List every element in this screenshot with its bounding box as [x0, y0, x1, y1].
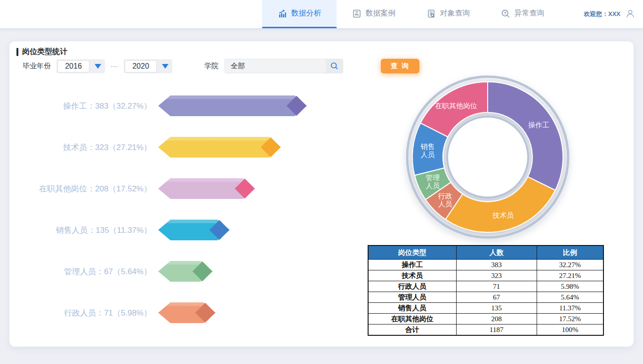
bar-label: 在职其他岗位：208（17.52%） [9, 183, 152, 194]
table-row: 技术员32327.21% [368, 270, 603, 281]
tab-label: 数据分析 [291, 8, 322, 18]
table-cell: 135 [456, 303, 537, 314]
year-to-value: 2020 [125, 60, 157, 72]
table-cell: 100% [537, 324, 603, 336]
year-range-separator: --- [111, 63, 118, 70]
table-cell: 5.64% [537, 292, 603, 303]
tab-object-query[interactable]: 对象查询 [411, 0, 485, 28]
college-filter-label: 学院 [204, 62, 218, 71]
college-input[interactable]: 全部 [225, 59, 343, 73]
bar-chart-icon [278, 9, 287, 18]
donut-slice-label: 在职其他岗位 [435, 102, 477, 110]
job-type-table: 岗位类型人数比例 操作工38332.27%技术员32327.21%行政人员715… [368, 245, 604, 336]
tab-label: 数据案例 [366, 8, 396, 18]
donut-hole [450, 119, 525, 195]
table-cell: 383 [456, 260, 537, 270]
table-cell: 71 [456, 281, 537, 292]
table-header-row: 岗位类型人数比例 [368, 245, 603, 260]
table-row: 操作工38332.27% [368, 260, 603, 270]
table-cell: 1187 [456, 324, 537, 336]
bar-label: 行政人员：71（5.98%） [9, 308, 152, 318]
bar-row: 管理人员：67（5.64%） [9, 261, 339, 282]
table-cell: 67 [456, 292, 537, 303]
chevron-down-icon [162, 64, 169, 69]
nav-tabs: 数据分析数据案例对象查询?异常查询 [262, 0, 560, 28]
table-cell: 17.52% [537, 314, 603, 324]
bar-row: 在职其他岗位：208（17.52%） [9, 178, 339, 199]
donut-slice-label: 操作工 [528, 121, 549, 129]
report-icon [352, 9, 362, 18]
college-input-value: 全部 [225, 62, 326, 71]
panel-title-text: 岗位类型统计 [22, 47, 67, 57]
welcome-area: 欢迎您：XXX [584, 0, 635, 28]
table-cell: 合计 [368, 324, 456, 336]
tab-label: 异常查询 [514, 8, 545, 18]
bar-shape [158, 261, 213, 282]
table-cell: 5.98% [537, 281, 603, 292]
table-cell: 323 [456, 270, 537, 281]
table-cell: 管理人员 [368, 292, 456, 303]
table-cell: 11.37% [537, 303, 603, 314]
svg-text:?: ? [503, 10, 506, 16]
table-cell: 27.21% [537, 270, 603, 281]
bar-row: 操作工：383（32.27%） [9, 95, 339, 116]
table-cell: 操作工 [368, 260, 456, 270]
search-question-icon: ? [501, 9, 510, 18]
table-body: 操作工38332.27%技术员32327.21%行政人员715.98%管理人员6… [368, 260, 603, 336]
table-header-cell: 人数 [456, 245, 537, 260]
user-icon[interactable] [625, 8, 635, 20]
table-cell: 技术员 [368, 270, 456, 281]
table-row: 销售人员13511.37% [368, 303, 603, 314]
table-cell: 32.27% [537, 260, 603, 270]
table-row: 行政人员715.98% [368, 281, 603, 292]
bar-label: 操作工：383（32.27%） [9, 101, 152, 111]
top-nav-bar: 数据分析数据案例对象查询?异常查询 欢迎您：XXX [0, 0, 643, 28]
donut-slice-label: 销售人员 [420, 142, 435, 158]
tab-data-cases[interactable]: 数据案例 [337, 0, 411, 28]
table-cell: 在职其他岗位 [368, 314, 456, 324]
donut-slice-label: 行政人员 [438, 192, 452, 208]
table-row: 合计1187100% [368, 324, 603, 336]
table-cell: 行政人员 [368, 281, 456, 292]
bar-shape [158, 95, 307, 116]
bar-label: 管理人员：67（5.64%） [9, 266, 152, 277]
bar-body [158, 95, 307, 116]
table-header-cell: 比例 [537, 245, 603, 260]
table-cell: 208 [456, 314, 537, 324]
panel-title: 岗位类型统计 [16, 47, 67, 57]
bar-label: 销售人员：135（11.37%） [9, 225, 152, 236]
job-type-donut-chart: 操作工技术员行政人员管理人员销售人员在职其他岗位 [397, 67, 578, 247]
year-from-value: 2016 [57, 60, 89, 72]
table-row: 在职其他岗位20817.52% [368, 314, 603, 324]
document-search-icon [426, 9, 436, 18]
bar-shape [158, 137, 281, 158]
welcome-text: 欢迎您：XXX [584, 10, 620, 18]
year-filter-label: 毕业年份 [23, 62, 51, 71]
chevron-down-icon [95, 64, 101, 69]
title-accent-bar [16, 48, 18, 56]
magnifier-icon[interactable] [326, 59, 343, 73]
bar-row: 技术员：323（27.21%） [9, 137, 339, 158]
bar-shape [158, 302, 216, 323]
tab-exception-query[interactable]: ?异常查询 [485, 0, 560, 28]
year-from-select[interactable]: 2016 [56, 59, 105, 73]
filter-row: 毕业年份 2016 --- 2020 学院 全部 查 询 [23, 59, 419, 73]
table-header-cell: 岗位类型 [368, 245, 456, 260]
stats-panel: 岗位类型统计 毕业年份 2016 --- 2020 学院 全部 查 询 操作工：… [9, 41, 634, 347]
bar-shape [158, 220, 230, 240]
year-to-select[interactable]: 2020 [124, 59, 172, 73]
bar-row: 销售人员：135（11.37%） [9, 220, 339, 240]
tab-data-analysis[interactable]: 数据分析 [262, 0, 337, 28]
bar-shape [158, 178, 255, 199]
bar-label: 技术员：323（27.21%） [9, 142, 152, 153]
table-cell: 销售人员 [368, 303, 456, 314]
tab-label: 对象查询 [440, 8, 470, 18]
table-row: 管理人员675.64% [368, 292, 603, 303]
donut-slice-label: 管理人员 [426, 174, 440, 190]
bar-row: 行政人员：71（5.98%） [9, 302, 339, 323]
donut-slice-label: 技术员 [492, 211, 514, 219]
